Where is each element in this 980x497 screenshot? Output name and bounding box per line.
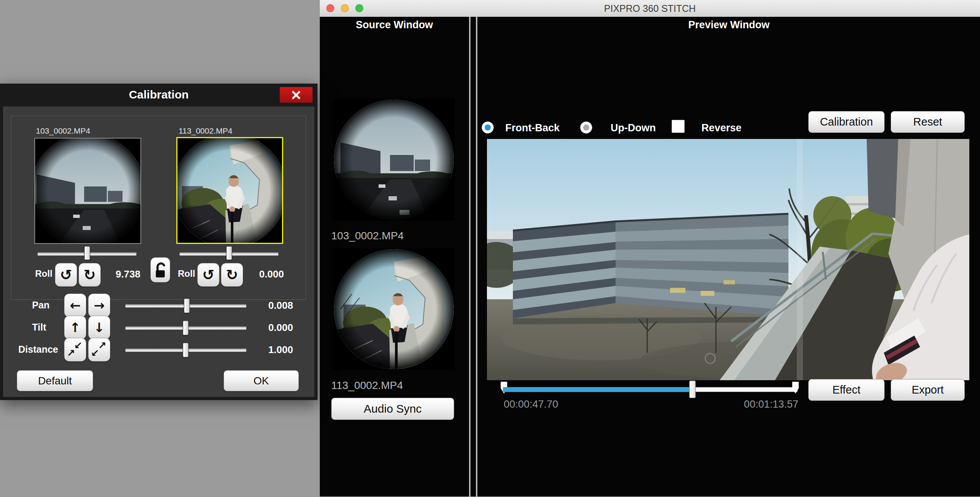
tilt-label: Tilt [32, 322, 46, 333]
timecode-end: 00:01:13.57 [717, 399, 798, 410]
panorama-image [487, 139, 969, 380]
ok-button[interactable]: OK [224, 370, 299, 391]
pan-label: Pan [32, 300, 50, 311]
distance-value: 1.000 [263, 344, 293, 356]
roll-label-right: Roll [178, 268, 195, 279]
expand-arrow-icon: ↙ [91, 348, 99, 358]
distance-label: Distance [18, 344, 58, 355]
roll-ccw-button-left[interactable]: ↺ [55, 263, 77, 287]
roll-label-left: Roll [35, 268, 52, 279]
app-titlebar: PIXPRO 360 STITCH [320, 0, 980, 17]
effect-button[interactable]: Effect [808, 379, 885, 401]
fisheye-street-image-small [35, 139, 140, 243]
rotate-cw-icon: ↻ [226, 268, 238, 282]
roll-cw-button-right[interactable]: ↻ [221, 263, 243, 287]
roll-value-right: 0.000 [255, 268, 284, 280]
roll-lock-button[interactable] [150, 257, 170, 282]
source-clip-thumbnail-2[interactable] [333, 248, 455, 370]
pan-slider-thumb[interactable] [184, 299, 190, 313]
fisheye-selfie-image [333, 248, 455, 370]
calibration-dialog-title: Calibration [0, 88, 318, 101]
mode-label-up-down: Up-Down [611, 122, 656, 134]
tilt-slider-thumb[interactable] [183, 321, 189, 335]
rotate-ccw-icon: ↺ [60, 268, 72, 282]
roll-slider-right-thumb[interactable] [226, 246, 232, 260]
timeline-progress [503, 387, 693, 392]
screen: PIXPRO 360 STITCH Source Window [0, 0, 980, 497]
roll-ccw-button-right[interactable]: ↺ [197, 263, 219, 287]
preview-window-title: Preview Window [478, 19, 980, 31]
calibration-button[interactable]: Calibration [808, 111, 885, 133]
compress-arrow-icon: ↗ [67, 348, 75, 358]
timeline-playhead[interactable] [689, 381, 696, 398]
tilt-value: 0.000 [263, 322, 293, 334]
source-window-title: Source Window [320, 19, 469, 31]
reset-button[interactable]: Reset [891, 111, 965, 133]
panel-splitter[interactable] [469, 17, 471, 497]
calibration-dialog: Calibration 103_0002.MP4 113_0002.MP4 [0, 84, 318, 400]
unlock-icon [153, 261, 167, 278]
reverse-label: Reverse [701, 122, 741, 134]
distance-slider-thumb[interactable] [183, 343, 189, 357]
pan-value: 0.008 [263, 300, 293, 311]
tilt-down-button[interactable]: ↓ [88, 316, 110, 339]
dialog-close-button[interactable] [280, 87, 313, 103]
arrow-right-icon: → [94, 299, 105, 312]
dialog-thumbnail-2-selected[interactable] [176, 137, 283, 244]
rotate-ccw-icon: ↺ [202, 268, 214, 282]
window-title: PIXPRO 360 STITCH [320, 0, 980, 17]
tilt-up-button[interactable]: ↑ [64, 316, 86, 339]
mode-radio-up-down[interactable] [580, 121, 592, 134]
roll-slider-left-thumb[interactable] [84, 246, 90, 260]
distance-increase-button[interactable]: ↗ ↙ [88, 338, 110, 361]
compress-arrow-icon: ↙ [74, 340, 82, 350]
default-button[interactable]: Default [17, 370, 93, 391]
preview-image [487, 139, 969, 380]
timecode-start: 00:00:47.70 [504, 399, 558, 410]
arrow-down-icon: ↓ [94, 321, 105, 334]
dialog-clip-label-2: 113_0002.MP4 [179, 126, 232, 136]
export-button[interactable]: Export [891, 379, 965, 401]
source-clip-label-1: 103_0002.MP4 [331, 230, 404, 242]
mode-label-front-back: Front-Back [505, 122, 560, 134]
pan-right-button[interactable]: → [88, 294, 110, 317]
source-clip-thumbnail-1[interactable] [333, 98, 455, 221]
close-icon [291, 90, 301, 100]
roll-value-left: 9.738 [113, 268, 140, 280]
panel-splitter-right[interactable] [476, 17, 477, 497]
source-clip-label-2: 113_0002.MP4 [331, 379, 403, 392]
fisheye-selfie-image-small [177, 138, 282, 243]
roll-cw-button-left[interactable]: ↻ [79, 263, 101, 287]
expand-arrow-icon: ↗ [98, 340, 106, 350]
pan-left-button[interactable]: ← [64, 294, 86, 317]
fisheye-street-image [333, 98, 455, 221]
dialog-thumbnail-1[interactable] [34, 138, 141, 244]
mode-radio-front-back[interactable] [482, 121, 494, 134]
distance-decrease-button[interactable]: ↙ ↗ [64, 338, 86, 361]
audio-sync-button[interactable]: Audio Sync [331, 398, 454, 420]
dialog-clip-label-1: 103_0002.MP4 [36, 126, 90, 136]
arrow-left-icon: ← [70, 299, 81, 312]
rotate-cw-icon: ↻ [84, 268, 96, 282]
reverse-checkbox[interactable] [672, 120, 685, 133]
timeline-track[interactable] [503, 387, 798, 392]
arrow-up-icon: ↑ [70, 321, 81, 334]
